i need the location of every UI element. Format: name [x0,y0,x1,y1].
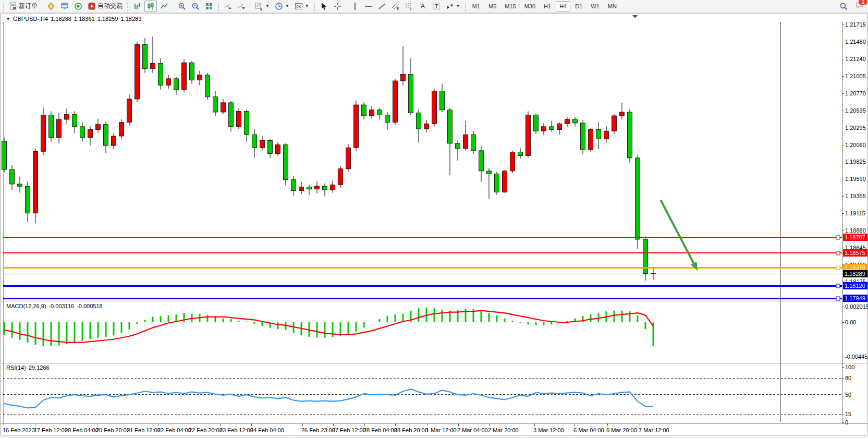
chart-shift-marker[interactable] [632,15,638,18]
candle [643,239,648,274]
new-chart-dropdown[interactable]: ▼ [253,1,272,12]
arrow-shaft[interactable] [661,201,694,263]
candle [127,99,132,123]
candles-layer [2,36,656,281]
price-tick-label: 1.19825 [845,159,866,165]
line-handle[interactable] [836,297,840,300]
price-line-1.18370[interactable]: 1.18370 [3,264,867,271]
tab-timeframe-m1[interactable]: M1 [469,1,484,11]
tab-timeframe-h4[interactable]: H4 [556,1,570,11]
line-chart-button[interactable] [158,1,170,12]
rsi-tick-label: 50 [845,392,851,398]
toolbar-drag-handle [218,3,219,12]
vertical-line-button[interactable] [349,1,361,12]
line-handle[interactable] [836,266,840,270]
candle [377,110,382,115]
candlestick-chart-button[interactable] [144,1,157,12]
candle [409,75,413,113]
search-button[interactable] [837,1,850,12]
svg-text:T: T [435,3,438,9]
price-line-1.18120[interactable]: 1.18120 [3,282,867,289]
period-dropdown[interactable]: ▼ [273,1,291,12]
metaeditor-button[interactable] [45,1,57,12]
price-line-label-text: 1.18787 [845,234,865,240]
linechart-icon [160,2,168,10]
fibonacci-button[interactable]: F [403,1,415,12]
template-icon [295,2,303,10]
line-handle[interactable] [836,236,840,239]
candle [628,112,632,158]
toolbar-drag-handle [127,3,128,12]
auto-trading-button[interactable]: 自动交易 [85,1,125,12]
window-menu-icon[interactable]: ▼ [6,17,10,21]
candle [119,123,124,136]
channel-icon: E [392,2,400,10]
cursor-button[interactable] [317,1,330,12]
doc-icon [9,2,17,10]
candle [354,105,359,148]
price-tick-label: 1.20295 [845,125,866,131]
horizontal-line-button[interactable] [362,1,375,12]
tab-timeframe-d1[interactable]: D1 [571,1,586,11]
tile-icon [205,2,213,10]
auto-scroll-button[interactable] [222,1,234,12]
candle [401,75,406,81]
zoom-out-button[interactable] [189,1,202,12]
candle [432,91,437,124]
candle [252,135,257,148]
text-button[interactable]: A [417,1,429,12]
arrows-dropdown[interactable]: ▼ [444,1,462,12]
tab-timeframe-w1[interactable]: W1 [587,1,603,11]
price-tick-label: 1.20060 [845,142,866,148]
arrows-icon [446,2,454,10]
trend-arrow-annotation[interactable] [661,201,698,271]
toolbox-button[interactable] [58,1,71,12]
chevron-down-icon: ▼ [285,4,289,8]
time-tick-label: 7 Mar 12:00 [639,427,669,433]
time-tick-label: 3 Mar 12:00 [533,427,564,433]
tab-timeframe-mn[interactable]: MN [604,1,620,11]
tab-timeframe-m5[interactable]: M5 [485,1,500,11]
tab-timeframe-h1[interactable]: H1 [540,1,555,11]
time-tick-label: 20 Feb 20:00 [96,427,130,433]
crosshair-button[interactable] [331,1,344,12]
ohlc-open: 1.18288 [51,16,71,22]
chart-shift-button[interactable] [235,1,248,12]
price-line-1.18289[interactable]: 1.18289 [3,270,867,277]
zoom-in-button[interactable] [176,1,188,12]
candle [503,171,507,192]
notification-badge: 1 [859,0,867,5]
chevron-down-icon: ▼ [305,4,309,8]
ohlc-low: 1.18259 [97,16,118,22]
candle [471,135,476,151]
signals-button[interactable] [72,1,84,12]
notifications-button[interactable]: 1 [855,1,864,11]
trendline-button[interactable] [376,1,388,12]
autoscroll-icon [224,2,232,10]
price-line-1.18787[interactable]: 1.18787 [3,234,867,241]
line-handle[interactable] [836,284,840,288]
candle [49,115,54,138]
price-line-label-text: 1.18575 [845,250,865,256]
macd-pane: 0.0020150.00-0.004451 [4,303,868,360]
fibo-icon: F [405,2,413,10]
candle [417,113,421,129]
time-tick-label: 17 Feb 12:00 [34,427,68,433]
macd-signal-line [4,311,653,343]
equidistant-channel-button[interactable]: E [389,1,402,12]
bar-chart-button[interactable] [131,1,143,12]
candle [260,140,265,148]
tile-windows-button[interactable] [203,1,215,12]
price-line-1.18575[interactable]: 1.18575 [3,249,867,257]
candle [213,97,218,112]
line-handle[interactable] [836,251,840,255]
candle [237,112,241,127]
text-label-button[interactable]: T [430,1,443,12]
template-dropdown[interactable]: ▼ [292,1,311,12]
candle [323,186,327,190]
candle [510,152,515,171]
new-order-button-label: 新订单 [19,2,38,10]
tab-timeframe-m15[interactable]: M15 [501,1,519,11]
new-order-button[interactable]: 新订单 [7,1,40,12]
tab-timeframe-m30[interactable]: M30 [521,1,539,11]
